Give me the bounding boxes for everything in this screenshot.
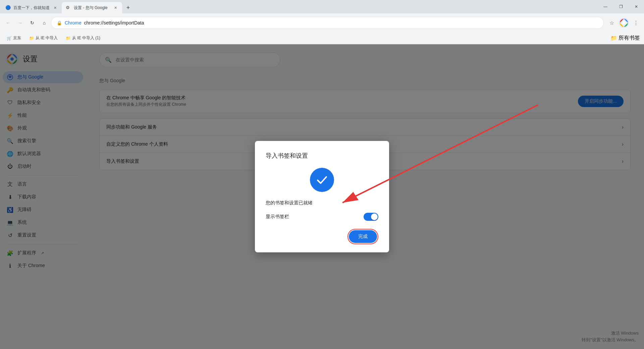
profile-avatar — [619, 18, 629, 28]
star-button[interactable]: ☆ — [606, 17, 617, 28]
bookmark-bar-row: 显示书签栏 — [266, 213, 378, 221]
bookmark-ie-icon: 📁 — [29, 36, 34, 41]
modal-overlay: 导入书签和设置 您的书签和设置已就绪 显示书签栏 完成 — [0, 44, 644, 349]
profile-button[interactable] — [619, 17, 629, 28]
success-checkmark-icon — [310, 168, 334, 192]
address-bar[interactable]: 🔒 Chrome chrome://settings/importData — [51, 17, 604, 29]
maximize-button[interactable]: ❐ — [613, 0, 629, 13]
window-controls: — ❐ ✕ — [598, 0, 644, 13]
menu-button[interactable]: ⋮ — [631, 17, 641, 28]
nav-right-buttons: ☆ ⋮ — [606, 17, 641, 28]
close-button[interactable]: ✕ — [629, 0, 644, 13]
all-bookmarks-icon: 📁 — [610, 35, 617, 41]
reload-button[interactable]: ↻ — [27, 17, 38, 28]
back-button[interactable]: ← — [3, 17, 13, 28]
tab-2[interactable]: ⚙ 设置 - 您与 Google ✕ — [62, 2, 122, 13]
nav-bar: ← → ↻ ⌂ 🔒 Chrome chrome://settings/impor… — [0, 13, 644, 32]
chrome-label: Chrome — [65, 20, 82, 26]
bookmark-bar-toggle[interactable] — [364, 213, 378, 221]
bookmark-ie2-icon: 📁 — [66, 36, 71, 41]
bookmark-jd-label: 京东 — [13, 35, 21, 41]
done-button[interactable]: 完成 — [349, 230, 377, 243]
dialog-title: 导入书签和设置 — [266, 152, 378, 160]
browser-window: 🔵 百度一下，你就知道 ✕ ⚙ 设置 - 您与 Google ✕ + — ❐ ✕… — [0, 0, 644, 349]
svg-point-1 — [622, 21, 626, 24]
bookmark-ie2-label: 从 IE 中导入 (1) — [72, 35, 100, 41]
tab-1[interactable]: 🔵 百度一下，你就知道 ✕ — [1, 2, 62, 13]
bookmark-ie-import[interactable]: 📁 从 IE 中导入 — [26, 34, 60, 42]
bookmark-jd[interactable]: 🛒 京东 — [4, 34, 24, 42]
bookmarks-bar: 🛒 京东 📁 从 IE 中导入 📁 从 IE 中导入 (1) 📁 所有书签 — [0, 32, 644, 44]
tab-1-title: 百度一下，你就知道 — [13, 5, 50, 11]
import-dialog: 导入书签和设置 您的书签和设置已就绪 显示书签栏 完成 — [255, 141, 389, 252]
address-text: Chrome chrome://settings/importData — [65, 20, 598, 26]
dialog-icon-container — [266, 168, 378, 192]
title-bar: 🔵 百度一下，你就知道 ✕ ⚙ 设置 - 您与 Google ✕ + — ❐ ✕ — [0, 0, 644, 13]
done-btn-wrapper: 完成 — [347, 229, 378, 244]
dialog-footer: 完成 — [266, 229, 378, 244]
new-tab-button[interactable]: + — [123, 3, 133, 12]
home-button[interactable]: ⌂ — [39, 17, 50, 28]
address-path: chrome://settings/importData — [83, 20, 144, 26]
bookmark-ie-label: 从 IE 中导入 — [36, 35, 58, 41]
tab-strip: 🔵 百度一下，你就知道 ✕ ⚙ 设置 - 您与 Google ✕ + — [0, 0, 133, 13]
bookmark-jd-icon: 🛒 — [7, 36, 12, 41]
page-content: 设置 您与 Google 🔑 自动填充和密码 — [0, 44, 644, 349]
tab-2-close[interactable]: ✕ — [113, 5, 118, 10]
lock-icon: 🔒 — [57, 20, 62, 26]
forward-button[interactable]: → — [15, 17, 25, 28]
tab-1-favicon: 🔵 — [5, 5, 11, 10]
minimize-button[interactable]: — — [598, 0, 613, 13]
tab-1-close[interactable]: ✕ — [52, 5, 58, 10]
bookmark-bar-label: 显示书签栏 — [266, 214, 364, 220]
tab-2-favicon: ⚙ — [66, 5, 71, 10]
bookmark-ie-import2[interactable]: 📁 从 IE 中导入 (1) — [63, 34, 103, 42]
all-bookmarks-label: 所有书签 — [619, 35, 640, 42]
tab-2-title: 设置 - 您与 Google — [74, 5, 110, 11]
dialog-message: 您的书签和设置已就绪 — [266, 200, 378, 206]
bookmarks-right[interactable]: 📁 所有书签 — [610, 35, 640, 42]
